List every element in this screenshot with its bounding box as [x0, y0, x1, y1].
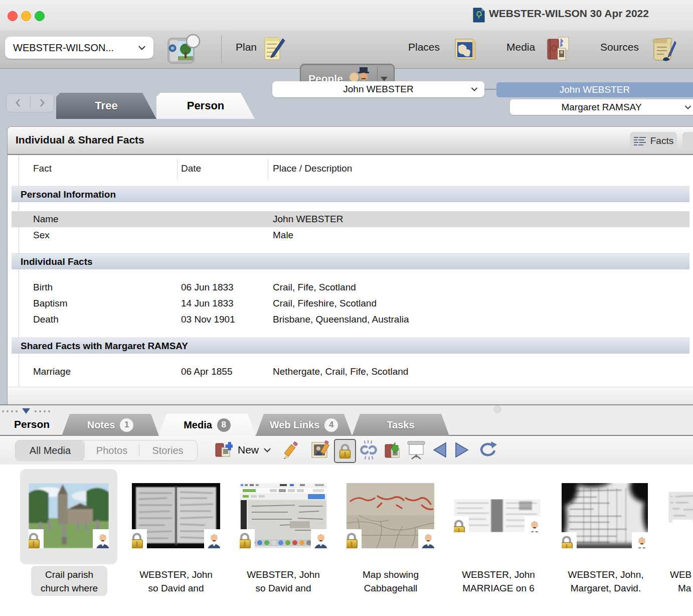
pencil-icon	[283, 441, 300, 459]
title-bar: WEBSTER-WILSON 30 Apr 2022	[0, 0, 693, 31]
nav-places-button[interactable]: Places	[408, 41, 440, 53]
slideshow-screen-icon	[406, 440, 427, 459]
caption-line: WEBSTER, John	[448, 568, 549, 581]
edit-button[interactable]	[282, 439, 302, 461]
media-thumbnail-register[interactable]	[132, 483, 220, 548]
person-selector-dropdown[interactable]: John WEBSTER	[272, 81, 484, 97]
zoom-window-button[interactable]	[35, 11, 45, 21]
next-media-button[interactable]	[452, 439, 471, 461]
media-thumbnail-church[interactable]	[29, 483, 109, 548]
places-icon[interactable]	[452, 36, 478, 62]
media-thumbnail-screenshot[interactable]	[240, 483, 327, 548]
fact-label: Death	[33, 314, 59, 325]
sources-icon[interactable]	[650, 35, 678, 63]
tab-person[interactable]: Person	[156, 93, 255, 119]
caption-line: MARRIAGE on 6	[448, 581, 549, 595]
fact-place: Nethergate, Crail, Fife, Scotland	[273, 366, 408, 377]
edit-photo-details-button[interactable]	[310, 439, 331, 461]
splitter-handle[interactable]	[493, 405, 501, 413]
forward-button[interactable]	[31, 98, 54, 107]
minimize-window-button[interactable]	[21, 11, 31, 21]
tab-media[interactable]: Media 8	[158, 414, 256, 436]
broken-link-icon	[359, 440, 379, 460]
facts-panel-header: Individual & Shared Facts Facts	[8, 127, 693, 155]
fact-row-birth[interactable]: Birth 06 Jun 1833 Crail, Fife, Scotland	[12, 279, 689, 295]
fact-row-baptism[interactable]: Baptism 14 Jun 1833 Crail, Fifeshire, Sc…	[12, 295, 689, 312]
main-toolbar: WEBSTER-WILSON... Plan	[0, 30, 693, 69]
bottom-person-label: Person	[14, 418, 50, 430]
segment-all-media[interactable]: All Media	[16, 440, 85, 460]
import-media-button[interactable]	[382, 439, 403, 461]
tab-tasks[interactable]: Tasks	[352, 414, 449, 436]
nav-sources-button[interactable]: Sources	[600, 41, 639, 53]
media-caption[interactable]: WEBSTER, John so David and	[234, 568, 332, 595]
facts-view-label: Facts	[650, 135, 673, 146]
new-media-label: New	[238, 444, 259, 456]
media-caption[interactable]: WEBSTER, John, Margaret, David.	[556, 568, 655, 595]
caption-line: Map showing	[341, 568, 440, 581]
tree-selector-label: WEBSTER-WILSON...	[13, 42, 138, 54]
media-caption[interactable]: Crail parish church where	[20, 568, 118, 595]
back-button[interactable]	[7, 98, 30, 107]
caption-line: so David and	[234, 581, 332, 595]
fact-date: 06 Jun 1833	[181, 282, 234, 293]
chevron-down-icon	[138, 46, 145, 50]
caption-line: Crail parish	[20, 568, 118, 581]
close-window-button[interactable]	[8, 11, 18, 21]
segment-stories[interactable]: Stories	[139, 440, 196, 460]
media-thumbnail-map[interactable]	[347, 483, 434, 548]
media-caption[interactable]: WEBSTER, John so David and	[127, 568, 225, 595]
privacy-lock-button[interactable]	[334, 439, 356, 463]
segment-photos[interactable]: Photos	[85, 440, 139, 460]
fact-row-death[interactable]: Death 03 Nov 1901 Brisbane, Queensland, …	[12, 312, 689, 328]
nav-media-button[interactable]: Media	[506, 41, 535, 53]
fact-label: Birth	[33, 282, 53, 293]
tab-media-label: Media	[184, 419, 212, 431]
people-dropdown-arrow-icon[interactable]	[381, 77, 388, 81]
tab-tree[interactable]: Tree	[56, 93, 156, 119]
person-link-icon	[418, 529, 434, 548]
primary-person-bar[interactable]: John WEBSTER	[496, 82, 693, 97]
media-thumbnail-marriage-record[interactable]	[454, 499, 541, 532]
tab-web-links-label: Web Links	[270, 419, 320, 431]
fact-row-name[interactable]: Name John WEBSTER	[12, 211, 689, 227]
media-caption[interactable]: WEB Ma	[670, 568, 693, 595]
collapse-triangle-icon	[22, 408, 30, 414]
tab-notes[interactable]: Notes 1	[62, 414, 159, 436]
fact-row-sex[interactable]: Sex Male	[12, 227, 689, 243]
fact-date: 06 Apr 1855	[181, 366, 232, 377]
plan-icon[interactable]	[263, 36, 286, 62]
fact-place: Brisbane, Queensland, Australia	[273, 314, 409, 325]
column-fact: Fact	[33, 163, 52, 174]
history-nav	[6, 93, 54, 112]
unlink-media-button[interactable]	[358, 439, 379, 461]
facts-view-button[interactable]: Facts	[630, 132, 677, 149]
tab-web-links[interactable]: Web Links 4	[256, 414, 352, 436]
previous-media-button[interactable]	[430, 439, 449, 461]
media-caption[interactable]: Map showing Cabbagehall	[341, 568, 440, 595]
section-title: Shared Facts with Margaret RAMSAY	[21, 341, 188, 352]
new-media-button[interactable]: New	[213, 439, 273, 461]
edit-photo-icon	[311, 440, 330, 459]
fact-value: John WEBSTER	[273, 214, 343, 225]
media-thumbnail-census[interactable]	[562, 483, 648, 548]
sync-status-button[interactable]	[166, 34, 202, 65]
tree-selector-dropdown[interactable]: WEBSTER-WILSON...	[5, 37, 153, 59]
new-media-icon	[215, 441, 233, 458]
slideshow-button[interactable]	[405, 439, 427, 461]
media-icon[interactable]	[546, 35, 573, 63]
tab-person-label: Person	[187, 99, 225, 112]
refresh-media-button[interactable]	[475, 439, 499, 461]
spouse-selector-dropdown[interactable]: Margaret RAMSAY	[510, 99, 693, 115]
tree-file-icon	[473, 8, 485, 23]
fact-date: 03 Nov 1901	[181, 314, 235, 325]
media-caption[interactable]: WEBSTER, John MARRIAGE on 6	[448, 568, 549, 595]
fact-row-marriage[interactable]: Marriage 06 Apr 1855 Nethergate, Crail, …	[12, 364, 689, 380]
timeline-view-button[interactable]	[682, 132, 693, 149]
media-thumbnail-partial[interactable]	[668, 492, 693, 523]
nav-plan-button[interactable]: Plan	[236, 41, 257, 53]
splitter-collapse-control[interactable]	[2, 408, 50, 414]
person-link-icon	[632, 532, 648, 548]
caption-line: WEBSTER, John	[234, 568, 332, 581]
facts-list-icon	[633, 136, 646, 146]
